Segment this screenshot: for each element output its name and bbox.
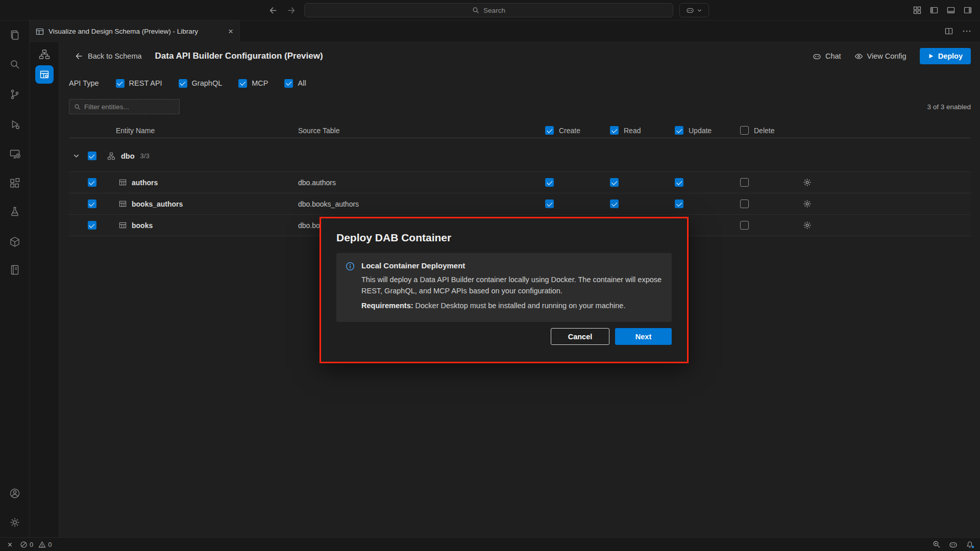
api-option-mcp[interactable]: MCP xyxy=(238,79,268,88)
group-name: dbo xyxy=(121,152,135,160)
table-row-books-authors[interactable]: books_authors dbo.books_authors xyxy=(69,193,971,215)
titlebar: Search xyxy=(0,0,980,20)
all-checkbox[interactable] xyxy=(284,79,293,88)
more-actions-icon[interactable]: ⋯ xyxy=(962,26,972,37)
cancel-button[interactable]: Cancel xyxy=(551,328,609,345)
source-control-icon[interactable] xyxy=(0,84,29,105)
delete-checkbox[interactable] xyxy=(740,221,749,230)
delete-checkbox[interactable] xyxy=(740,199,749,208)
search-icon xyxy=(472,7,479,14)
deploy-button[interactable]: Deploy xyxy=(920,48,971,64)
search-label: Search xyxy=(483,7,505,14)
close-icon[interactable]: × xyxy=(228,27,233,36)
warning-count: 0 xyxy=(48,541,52,548)
schema-group-row[interactable]: dbo 3/3 xyxy=(69,146,971,165)
toggle-sidebar-right-icon[interactable] xyxy=(964,6,972,14)
requirements-label: Requirements: xyxy=(361,302,413,310)
dialog-title: Deploy DAB Container xyxy=(336,232,672,244)
customize-layout-icon[interactable] xyxy=(913,6,921,14)
forward-arrow-icon[interactable] xyxy=(287,6,296,15)
update-checkbox[interactable] xyxy=(675,199,683,208)
remote-explorer-icon[interactable] xyxy=(0,144,29,164)
info-box: Local Container Deployment This will dep… xyxy=(336,253,672,322)
dbo-group-checkbox[interactable] xyxy=(88,152,96,160)
settings-gear-icon[interactable] xyxy=(0,512,29,533)
rest-api-checkbox[interactable] xyxy=(116,79,125,88)
back-to-schema-button[interactable]: Back to Schema xyxy=(75,52,142,60)
search-sidebar-icon[interactable] xyxy=(0,54,29,74)
column-update: Update xyxy=(689,127,712,135)
create-all-checkbox[interactable] xyxy=(545,126,554,135)
run-debug-icon[interactable] xyxy=(0,114,29,135)
schema-icon xyxy=(107,152,115,160)
row-checkbox[interactable] xyxy=(88,178,96,187)
view-config-button[interactable]: View Config xyxy=(854,52,906,61)
chat-label: Chat xyxy=(825,52,841,60)
tab-label: Visualize and Design Schema (Preview) - … xyxy=(48,28,198,35)
api-option-graphql[interactable]: GraphQL xyxy=(179,79,223,88)
create-checkbox[interactable] xyxy=(545,178,554,187)
api-option-all[interactable]: All xyxy=(284,79,306,88)
copilot-dropdown[interactable] xyxy=(679,3,709,17)
enabled-summary: 3 of 3 enabled xyxy=(927,103,971,111)
column-source-table: Source Table xyxy=(298,127,545,135)
column-read: Read xyxy=(624,127,641,135)
dab-config-view-button[interactable] xyxy=(35,65,54,84)
filter-entities-input[interactable] xyxy=(84,103,171,111)
table-header: Entity Name Source Table Create Read Upd… xyxy=(69,123,971,138)
api-type-row: API Type REST API GraphQL MCP All xyxy=(69,74,971,92)
notification-dot xyxy=(971,545,974,548)
tab-bar: Visualize and Design Schema (Preview) - … xyxy=(30,20,980,42)
page-header: Back to Schema Data API Builder Configur… xyxy=(69,42,971,70)
deploy-label: Deploy xyxy=(938,52,963,60)
update-checkbox[interactable] xyxy=(675,178,683,187)
notifications-bell-icon[interactable] xyxy=(966,540,974,548)
mcp-checkbox[interactable] xyxy=(238,79,247,88)
filter-entities-field[interactable] xyxy=(69,99,180,114)
copilot-status-icon[interactable] xyxy=(949,540,958,549)
info-heading: Local Container Deployment xyxy=(361,261,663,270)
explorer-icon[interactable] xyxy=(0,25,29,45)
source-table: dbo.authors xyxy=(298,179,545,187)
api-option-rest[interactable]: REST API xyxy=(116,79,162,88)
toggle-sidebar-left-icon[interactable] xyxy=(930,6,938,14)
play-icon xyxy=(928,53,934,59)
chat-button[interactable]: Chat xyxy=(813,52,841,61)
read-checkbox[interactable] xyxy=(610,199,619,208)
split-editor-icon[interactable] xyxy=(945,27,953,35)
row-checkbox[interactable] xyxy=(88,199,96,208)
update-all-checkbox[interactable] xyxy=(675,126,683,135)
table-row-authors[interactable]: authors dbo.authors xyxy=(69,172,971,193)
testing-beaker-icon[interactable] xyxy=(0,202,29,222)
next-button[interactable]: Next xyxy=(615,328,672,345)
package-cube-icon[interactable] xyxy=(0,232,29,252)
zoom-status-icon[interactable] xyxy=(933,540,941,548)
delete-checkbox[interactable] xyxy=(740,178,749,187)
tab-visualize-schema[interactable]: Visualize and Design Schema (Preview) - … xyxy=(30,20,240,42)
row-settings-gear-icon[interactable] xyxy=(803,221,971,230)
row-settings-gear-icon[interactable] xyxy=(803,199,971,208)
notebook-icon[interactable] xyxy=(0,260,29,280)
account-icon[interactable] xyxy=(0,483,29,504)
remote-indicator-icon[interactable] xyxy=(6,541,14,548)
create-checkbox[interactable] xyxy=(545,199,554,208)
read-all-checkbox[interactable] xyxy=(610,126,619,135)
chevron-down-icon xyxy=(697,8,702,13)
requirements-text: Docker Desktop must be installed and run… xyxy=(415,302,626,310)
page-title: Data API Builder Configuration (Preview) xyxy=(155,51,323,61)
command-center-search[interactable]: Search xyxy=(304,3,673,17)
chevron-down-icon[interactable] xyxy=(72,152,80,160)
toggle-panel-icon[interactable] xyxy=(947,6,955,14)
schema-view-icon[interactable] xyxy=(38,48,51,61)
row-checkbox[interactable] xyxy=(88,221,96,230)
problems-indicator[interactable]: 0 0 xyxy=(20,541,52,548)
api-type-label: API Type xyxy=(69,79,99,87)
column-delete: Delete xyxy=(754,127,774,135)
extensions-icon[interactable] xyxy=(0,173,29,193)
read-checkbox[interactable] xyxy=(610,178,619,187)
back-arrow-icon[interactable] xyxy=(269,6,278,15)
graphql-checkbox[interactable] xyxy=(179,79,187,88)
row-settings-gear-icon[interactable] xyxy=(803,178,971,187)
delete-all-checkbox[interactable] xyxy=(740,126,749,135)
entity-name: books xyxy=(132,221,153,230)
